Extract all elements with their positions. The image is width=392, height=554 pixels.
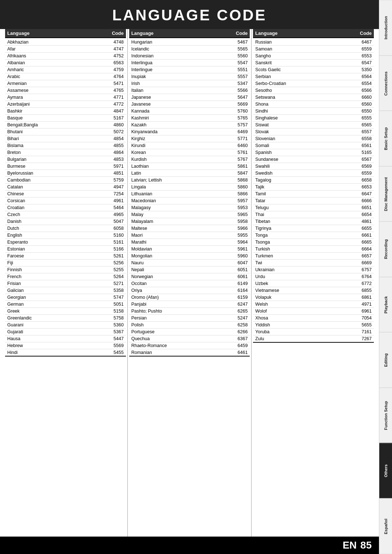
language-code: 6653 [352, 184, 374, 190]
table-row: Bhutani5072 [5, 129, 126, 135]
table-row: Vietnamese6855 [253, 287, 374, 294]
header-language-1: Language [129, 29, 228, 37]
language-name: Javanese [129, 101, 228, 107]
language-name: Sanskrit [253, 60, 352, 66]
table-row: Maori5955 [129, 232, 250, 239]
language-code: 6661 [352, 232, 374, 238]
language-name: Georgian [5, 294, 104, 300]
language-code: 5771 [228, 136, 250, 142]
table-row: Galician5358 [5, 287, 126, 294]
language-name: Tigrinya [253, 225, 352, 231]
table-row: Norwegian6061 [129, 273, 250, 280]
sidebar-tab-connections[interactable]: Connections [379, 56, 392, 111]
language-name: Somali [253, 143, 352, 148]
language-code: 6047 [228, 260, 250, 266]
table-row: Finnish5255 [5, 266, 126, 273]
language-name: Arabic [5, 74, 104, 80]
table-row: Gujarati5367 [5, 329, 126, 335]
language-code: 7267 [352, 336, 374, 342]
language-code: 6665 [352, 239, 374, 245]
language-name: Tonga [253, 232, 352, 238]
language-name: Breton [5, 150, 104, 155]
language-name: Setswana [253, 94, 352, 100]
language-column-1: LanguageCodeHungarian5467Icelandic5565In… [128, 29, 252, 537]
language-code: 5264 [104, 274, 126, 280]
table-row: Malay5965 [129, 211, 250, 218]
language-name: Kazakh [129, 122, 228, 128]
table-row: Turkmen6657 [253, 253, 374, 260]
language-name: Yoruba [253, 329, 352, 335]
language-code: 6547 [352, 60, 374, 66]
language-name: German [5, 301, 104, 307]
language-code: 6666 [352, 198, 374, 204]
language-code: 4861 [352, 219, 374, 224]
sidebar-tab-function-setup[interactable]: Function Setup [379, 388, 392, 443]
language-code: 6555 [352, 115, 374, 121]
table-row: Icelandic5565 [129, 46, 250, 53]
language-code: 5261 [104, 253, 126, 259]
language-code: 6258 [228, 322, 250, 328]
language-code: 5861 [228, 163, 250, 169]
sidebar-tab-espanol[interactable]: Español [379, 498, 392, 554]
language-code: 4855 [104, 143, 126, 148]
language-name: Latvian; Lettish [129, 177, 228, 183]
language-name: Volapuk [253, 294, 352, 300]
sidebar-tab-playback[interactable]: Playback [379, 277, 392, 333]
language-code: 6247 [228, 301, 250, 307]
sidebar-tab-recording[interactable]: Recording [379, 221, 392, 277]
language-code: 4864 [104, 150, 126, 155]
language-code: 5964 [228, 239, 250, 245]
sidebar-tab-others[interactable]: Others [379, 443, 392, 498]
language-name: Hebrew [5, 343, 104, 349]
language-name: Japanese [129, 94, 228, 100]
language-code: 5757 [228, 122, 250, 128]
language-name: Cambodian [5, 177, 104, 183]
table-row: Portuguese6266 [129, 329, 250, 335]
table-row: Afrikaans4752 [5, 53, 126, 60]
table-row: Zulu7267 [253, 335, 374, 343]
language-code: 6460 [228, 143, 250, 148]
sidebar-tab-basic-setup[interactable]: Basic Setup [379, 111, 392, 166]
language-code: 6459 [228, 343, 250, 349]
language-code: 4947 [104, 184, 126, 190]
language-name: Persian [129, 315, 228, 321]
page-title: LANGUAGE CODE [0, 7, 379, 24]
language-code: 4971 [352, 301, 374, 307]
language-name: Siswat [253, 122, 352, 128]
language-code: 5051 [104, 301, 126, 307]
table-row: Slovak6557 [253, 129, 374, 135]
language-code: 4747 [104, 46, 126, 52]
language-name: Slovenian [253, 136, 352, 142]
language-name: Oromo (Afan) [129, 294, 228, 300]
language-code: 4854 [104, 136, 126, 142]
language-code: 4860 [104, 122, 126, 128]
table-row: Siswat6565 [253, 122, 374, 129]
language-name: Yiddish [253, 322, 352, 328]
language-name: Polish [129, 322, 228, 328]
table-row: Urdu6764 [253, 273, 374, 280]
table-row: Hebrew5569 [5, 342, 126, 349]
language-code: 4748 [104, 39, 126, 45]
language-name: Croatian [5, 205, 104, 211]
language-code: 6563 [104, 60, 126, 66]
table-row: Xhosa7054 [253, 315, 374, 322]
language-name: Macedonian [129, 198, 228, 204]
sidebar-tab-introduction[interactable]: Introduction [379, 0, 392, 56]
language-code: 5953 [228, 205, 250, 211]
language-name: Kashmiri [129, 115, 228, 121]
language-code: 5860 [228, 184, 250, 190]
language-code: 6558 [352, 136, 374, 142]
language-code: 6557 [352, 129, 374, 135]
sidebar-tab-disc-management[interactable]: Disc Management [379, 166, 392, 222]
language-code: 5560 [228, 53, 250, 59]
language-name: Bihari [5, 136, 104, 142]
language-code: 5367 [104, 329, 126, 335]
language-name: Occitan [129, 281, 228, 286]
table-row: Tigrinya6655 [253, 225, 374, 232]
table-row: Afar4747 [5, 46, 126, 53]
table-row: Hausa5447 [5, 335, 126, 342]
sidebar-tab-editing[interactable]: Editing [379, 332, 392, 388]
language-code: 5167 [104, 115, 126, 121]
table-row: Laothian5861 [129, 163, 250, 170]
language-name: Greek [5, 308, 104, 314]
